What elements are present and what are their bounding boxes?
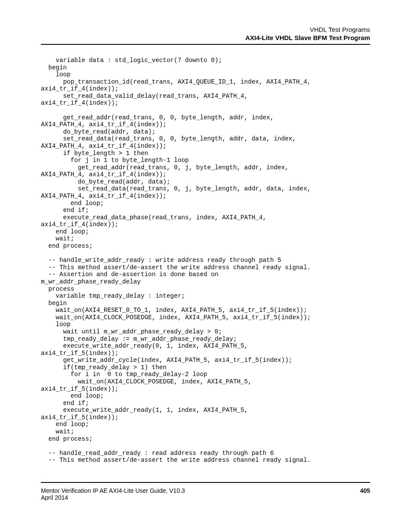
footer-guide-title: Mentor Verification IP AE AXI4-Lite User… [41,487,185,494]
header-divider [41,44,370,45]
footer-date: April 2014 [41,494,185,501]
header-category: VHDL Test Programs [41,26,370,33]
page-footer: Mentor Verification IP AE AXI4-Lite User… [41,482,370,501]
code-block: variable data : std_logic_vector(7 downt… [41,57,370,464]
page-number: 405 [360,487,370,494]
page-header: VHDL Test Programs AXI4-Lite VHDL Slave … [41,26,370,41]
header-title: AXI4-Lite VHDL Slave BFM Test Program [41,34,370,41]
footer-doc-info: Mentor Verification IP AE AXI4-Lite User… [41,487,185,501]
